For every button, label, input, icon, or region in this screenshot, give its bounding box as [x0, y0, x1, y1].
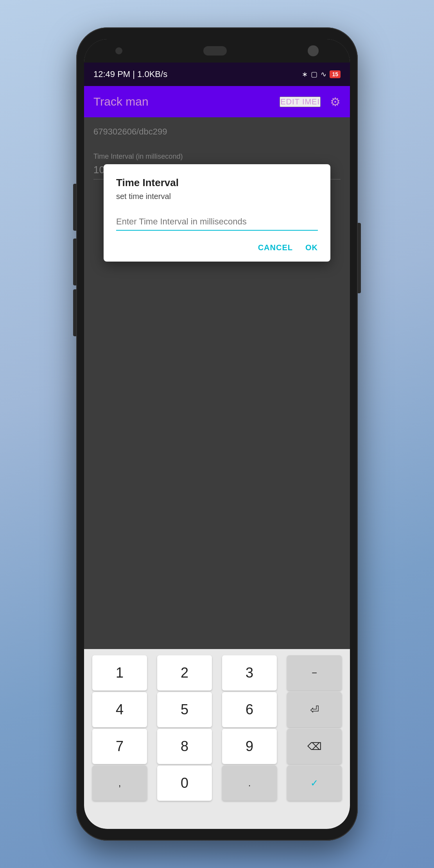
- key-6[interactable]: 6: [222, 692, 277, 727]
- key-9[interactable]: 9: [222, 729, 277, 764]
- numeric-keyboard: 1 2 3 − 4 5 6 ⏎ 7 8 9 ⌫: [84, 649, 350, 829]
- camera-dot-left: [115, 47, 122, 54]
- bluetooth-icon: ∗: [302, 70, 308, 79]
- content-area: 679302606/dbc299 Time Interval (in milli…: [84, 117, 350, 649]
- camera-bar: [84, 39, 350, 63]
- status-time: 12:49 PM | 1.0KB/s: [93, 69, 167, 79]
- status-bar: 12:49 PM | 1.0KB/s ∗ ▢ ∿ 15: [84, 63, 350, 86]
- key-checkmark[interactable]: ✓: [287, 766, 342, 801]
- keyboard-row-2: 4 5 6 ⏎: [87, 692, 347, 727]
- key-5[interactable]: 5: [157, 692, 212, 727]
- app-title: Track man: [93, 95, 280, 108]
- keyboard-row-1: 1 2 3 −: [87, 655, 347, 690]
- key-2[interactable]: 2: [157, 655, 212, 690]
- dialog-subtitle: set time interval: [116, 192, 318, 201]
- dialog-input-wrapper: [116, 213, 318, 231]
- key-period[interactable]: .: [222, 766, 277, 801]
- key-enter[interactable]: ⏎: [287, 692, 342, 727]
- ok-button[interactable]: OK: [305, 243, 318, 252]
- time-interval-dialog: Time Interval set time interval CANCEL O…: [104, 164, 330, 262]
- app-bar-actions: EDIT IMEI ⚙: [280, 95, 341, 109]
- dialog-title: Time Interval: [116, 177, 318, 189]
- cancel-button[interactable]: CANCEL: [258, 243, 293, 252]
- key-8[interactable]: 8: [157, 729, 212, 764]
- time-interval-input[interactable]: [116, 213, 318, 230]
- dialog-actions: CANCEL OK: [116, 243, 318, 252]
- app-bar: Track man EDIT IMEI ⚙: [84, 86, 350, 117]
- key-7[interactable]: 7: [92, 729, 147, 764]
- key-3[interactable]: 3: [222, 655, 277, 690]
- selfie-camera: [308, 45, 319, 56]
- key-backspace[interactable]: ⌫: [287, 729, 342, 764]
- dialog-overlay: Time Interval set time interval CANCEL O…: [84, 117, 350, 649]
- status-icons: ∗ ▢ ∿ 15: [302, 70, 341, 79]
- key-comma[interactable]: ,: [92, 766, 147, 801]
- sim-icon: ▢: [311, 70, 317, 79]
- key-0[interactable]: 0: [157, 766, 212, 801]
- keyboard-row-4: , 0 . ✓: [87, 766, 347, 801]
- battery-icon: 15: [330, 70, 341, 78]
- keyboard-row-3: 7 8 9 ⌫: [87, 729, 347, 764]
- key-minus[interactable]: −: [287, 655, 342, 690]
- settings-icon[interactable]: ⚙: [330, 95, 341, 109]
- key-4[interactable]: 4: [92, 692, 147, 727]
- speaker: [203, 46, 227, 56]
- edit-imei-button[interactable]: EDIT IMEI: [280, 97, 321, 107]
- wifi-icon: ∿: [321, 70, 326, 79]
- key-1[interactable]: 1: [92, 655, 147, 690]
